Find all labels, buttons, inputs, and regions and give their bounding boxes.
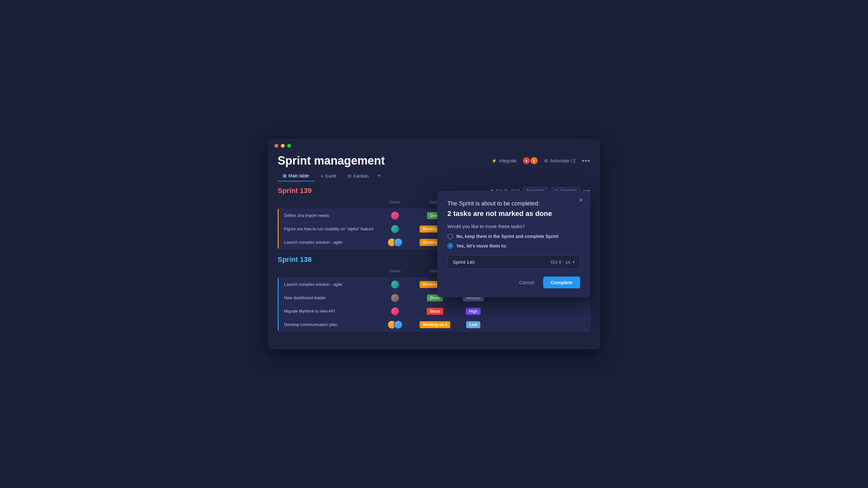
row-status: Stuck [414,308,456,315]
complete-sprint-dialog: × The Sprint is about to be completed: 2… [437,191,590,298]
avatar [391,307,400,316]
radio-label-1: No, keep them in the Sprint and complete… [456,234,558,239]
kanban-icon: ⊟ [347,173,351,178]
col-owner-header: Owner [376,269,414,275]
sprint-select-right: Oct 6 - 14 ▾ [551,260,575,265]
sprint-select-date: Oct 6 - 14 [551,260,570,265]
minimize-window-icon[interactable] [281,144,285,148]
col-task-header [281,269,376,275]
tab-main-table[interactable]: ⊞ Main table [278,171,314,182]
chevron-down-icon: ▾ [573,260,575,264]
radio-option-1[interactable]: No, keep them in the Sprint and complete… [447,233,580,239]
priority-badge[interactable]: High [466,308,481,315]
row-owner [376,280,414,289]
app-title: Sprint management [278,154,385,167]
tab-kanban[interactable]: ⊟ Kanban [342,171,374,181]
row-owner [376,293,414,302]
col-owner-header: Owner [376,200,414,207]
task-name: Migrate MyWork to new API [281,309,376,314]
row-owner [376,307,414,316]
task-name: Figure out how to run usability on "alph… [281,226,376,231]
integrate-icon: ⚡ [491,158,497,163]
sprint-139-title: Sprint 139 [278,187,311,195]
cancel-button[interactable]: Cancel [514,276,539,288]
radio-circle-2 [447,243,453,249]
avatar [394,320,403,329]
avatar [391,225,400,233]
task-name: Launch complex solution - agile [281,240,376,245]
complete-sprint-button[interactable]: Complete [543,276,580,288]
avatar [391,293,400,302]
maximize-window-icon[interactable] [287,144,291,148]
main-window: Sprint management ⚡ Integrate ● ♦ ⚙ Auto… [268,139,600,349]
dialog-title-bold: 2 tasks are not marked as done [447,209,580,219]
row-priority: High [456,308,491,315]
avatar [394,238,403,247]
radio-label-2: Yes, let's move them to: [456,243,507,249]
task-name: Develop communication plan [281,322,376,327]
integration-icons: ● ♦ [523,157,538,164]
automate-button[interactable]: ⚙ Automate / 2 [544,158,576,163]
row-owner [376,225,414,233]
task-name: Define Jira import needs [281,213,376,218]
avatar [391,280,400,289]
automate-icon: ⚙ [544,158,548,163]
sprint-select-dropdown[interactable]: Sprint 140 Oct 6 - 14 ▾ [447,255,580,269]
radio-circle-1 [447,233,453,239]
table-row: Develop communication plan Working on it… [278,318,590,331]
radio-option-2[interactable]: Yes, let's move them to: [447,243,580,249]
priority-badge[interactable]: Low [466,321,480,328]
dialog-title: The Sprint is about to be completed: 2 t… [447,200,580,219]
app-header: Sprint management ⚡ Integrate ● ♦ ⚙ Auto… [278,148,590,171]
task-name: New dashboard loader [281,295,376,300]
table-row: Migrate MyWork to new API Stuck High [278,304,590,318]
row-priority: Low [456,321,491,328]
header-actions: ⚡ Integrate ● ♦ ⚙ Automate / 2 ••• [491,157,590,165]
add-tab-button[interactable]: + [375,171,383,181]
main-table-icon: ⊞ [283,173,286,178]
dialog-footer: Cancel Complete [447,276,580,288]
row-owner [376,320,414,329]
tab-gantt[interactable]: ≡ Gantt [316,171,341,181]
avatar-group [388,320,403,329]
dialog-subtitle: Would you like to move these tasks? [447,224,580,229]
status-badge[interactable]: Working on it [420,321,450,328]
status-badge[interactable]: Stuck [427,308,443,315]
dialog-close-button[interactable]: × [576,196,585,205]
close-window-icon[interactable] [274,144,278,148]
task-name: Launch complex solution - agile [281,282,376,287]
integration-icon-1: ● [523,157,530,164]
tab-bar: ⊞ Main table ≡ Gantt ⊟ Kanban + [278,171,590,182]
gantt-icon: ≡ [321,173,323,178]
col-task-header [281,200,376,207]
integrate-button[interactable]: ⚡ Integrate [491,158,516,163]
radio-group: No, keep them in the Sprint and complete… [447,233,580,249]
row-owner [376,238,414,247]
more-options-button[interactable]: ••• [582,157,590,165]
row-owner [376,211,414,220]
avatar-group [388,238,403,247]
avatar [391,211,400,220]
sprint-select-label: Sprint 140 [453,259,474,265]
row-status: Working on it [414,321,456,328]
title-bar [268,139,600,148]
integration-icon-2: ♦ [531,157,538,164]
sprint-138-title: Sprint 138 [278,256,311,264]
